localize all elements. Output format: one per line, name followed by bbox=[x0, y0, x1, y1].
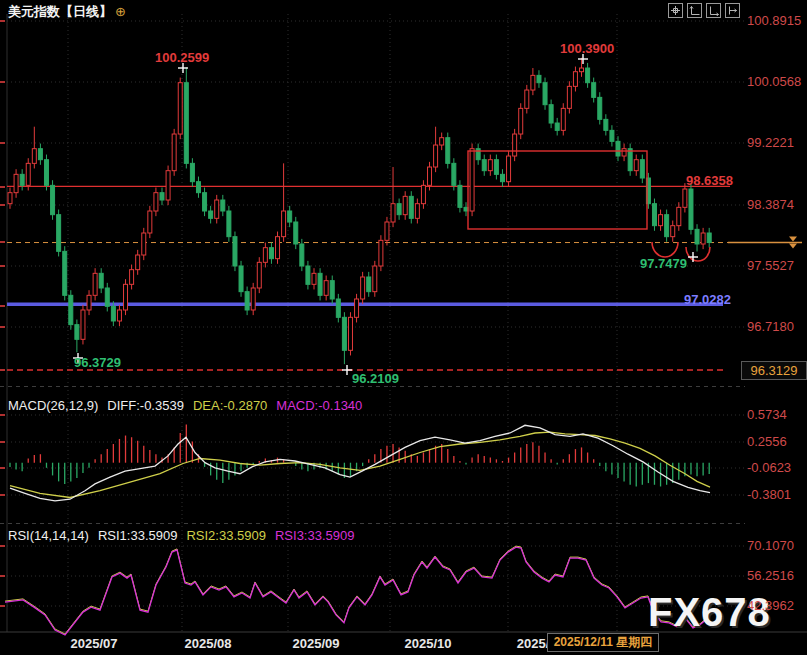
candle bbox=[513, 134, 517, 156]
macd-axis-label: 0.5734 bbox=[747, 407, 787, 422]
period-tag: 【日线】 bbox=[60, 4, 112, 19]
candle bbox=[51, 185, 55, 214]
candle bbox=[239, 266, 243, 292]
candle bbox=[622, 149, 626, 156]
candle bbox=[148, 211, 152, 233]
swing-high-label-2: 100.3900 bbox=[560, 41, 614, 56]
candle bbox=[640, 160, 644, 178]
candle bbox=[203, 193, 207, 211]
candle bbox=[586, 68, 590, 83]
candle bbox=[500, 174, 504, 181]
time-axis-label: 2025/08 bbox=[166, 636, 250, 651]
move-tool-icon[interactable] bbox=[668, 3, 683, 18]
time-axis-label: 2025/10 bbox=[386, 636, 470, 651]
candle bbox=[44, 160, 48, 186]
rsi-legend: RSI(14,14,14)RSI1:33.5909RSI2:33.5909RSI… bbox=[8, 528, 363, 543]
candle bbox=[665, 215, 669, 237]
candle bbox=[616, 141, 620, 156]
candle bbox=[93, 273, 97, 295]
candle bbox=[494, 160, 498, 175]
candle bbox=[537, 75, 541, 82]
candle bbox=[124, 284, 128, 310]
time-axis-label: 2025/09 bbox=[274, 636, 358, 651]
candle bbox=[567, 86, 571, 108]
candle bbox=[598, 97, 602, 119]
candle bbox=[263, 248, 267, 263]
candle bbox=[190, 163, 194, 181]
date-axis-marker: 2025/12/11 星期四 bbox=[547, 633, 659, 652]
candle bbox=[379, 240, 383, 266]
rsi-axis-label: 56.2516 bbox=[747, 568, 794, 583]
candle bbox=[324, 281, 328, 296]
candle bbox=[294, 222, 298, 244]
rsi2-line bbox=[5, 546, 710, 634]
add-indicator-icon[interactable]: ⊕ bbox=[115, 4, 126, 19]
macd-legend: MACD(26,12,9)DIFF:-0.3539DEA:-0.2870MACD… bbox=[8, 398, 371, 413]
candle bbox=[592, 83, 596, 98]
macd-diff bbox=[10, 425, 710, 501]
macd-dea-value: DEA:-0.2870 bbox=[193, 398, 267, 413]
candle bbox=[142, 233, 146, 255]
candle bbox=[130, 270, 134, 285]
candle bbox=[14, 174, 18, 192]
rsi1-value: RSI1:33.5909 bbox=[98, 528, 178, 543]
candle bbox=[659, 215, 663, 226]
candle bbox=[233, 237, 237, 266]
candle bbox=[507, 156, 511, 182]
candle bbox=[707, 233, 711, 243]
price-axis-label: 98.3874 bbox=[747, 197, 794, 212]
candle bbox=[276, 237, 280, 259]
candle bbox=[160, 193, 164, 200]
candle bbox=[671, 226, 675, 237]
price-axis-label: 100.0568 bbox=[747, 74, 801, 89]
candle bbox=[531, 75, 535, 90]
candle bbox=[470, 149, 474, 211]
candle bbox=[245, 292, 249, 310]
candle bbox=[391, 204, 395, 222]
candle bbox=[306, 266, 310, 284]
candle bbox=[105, 288, 109, 306]
candle bbox=[196, 182, 200, 193]
zoom-x-axis-icon[interactable] bbox=[687, 3, 702, 18]
candle bbox=[99, 273, 103, 288]
candle bbox=[403, 196, 407, 214]
macd-macd-value: MACD:-0.1340 bbox=[276, 398, 362, 413]
candle bbox=[452, 163, 456, 185]
chart-canvas bbox=[0, 0, 807, 655]
rsi3-line bbox=[5, 547, 710, 635]
candle bbox=[348, 317, 352, 350]
candle bbox=[549, 105, 553, 123]
zoom-y-axis-icon[interactable] bbox=[706, 3, 721, 18]
candle bbox=[689, 189, 693, 229]
candle bbox=[20, 174, 24, 185]
chart-toolbar bbox=[668, 3, 740, 18]
pan-to-latest-icon[interactable] bbox=[725, 3, 740, 18]
macd-axis-label: -0.3801 bbox=[747, 487, 791, 502]
candle bbox=[701, 233, 705, 244]
symbol-title: 美元指数【日线】⊕ bbox=[8, 3, 126, 21]
price-axis-label: 97.5527 bbox=[747, 258, 794, 273]
candle bbox=[677, 207, 681, 225]
price-axis-label: 100.8915 bbox=[747, 13, 801, 28]
candle bbox=[361, 277, 365, 299]
candle bbox=[166, 171, 170, 200]
candle bbox=[288, 211, 292, 222]
candles bbox=[8, 58, 711, 364]
candle bbox=[111, 306, 115, 321]
rsi-axis-label: 42.3962 bbox=[747, 598, 794, 613]
candle bbox=[117, 310, 121, 321]
macd-params: MACD(26,12,9) bbox=[8, 398, 98, 413]
candle bbox=[421, 185, 425, 203]
candle bbox=[251, 288, 255, 310]
candle bbox=[318, 273, 322, 295]
resistance-level-label: 98.6358 bbox=[686, 173, 733, 188]
candle bbox=[57, 215, 61, 252]
price-axis-label: 99.2221 bbox=[747, 135, 794, 150]
candle bbox=[652, 204, 656, 226]
price-axis-label: 96.7180 bbox=[747, 319, 794, 334]
candle bbox=[269, 248, 273, 259]
candle bbox=[221, 200, 225, 211]
diff-line bbox=[10, 425, 710, 501]
candle bbox=[227, 211, 231, 237]
candle bbox=[628, 149, 632, 171]
